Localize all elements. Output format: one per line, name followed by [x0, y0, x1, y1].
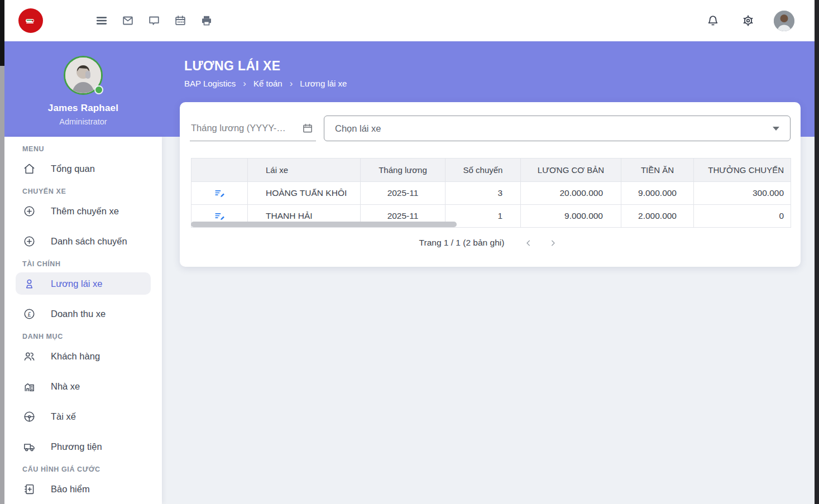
sidebar-item-label: Tổng quan — [51, 164, 95, 174]
sidebar: James Raphael Administrator MENU Tổng qu… — [4, 41, 162, 504]
print-button[interactable] — [197, 11, 216, 30]
hamburger-icon — [95, 14, 108, 27]
page-title: LƯƠNG LÁI XE — [184, 59, 347, 74]
sidebar-menu: MENU Tổng quan CHUYẾN XE Thêm chuyến xe — [4, 137, 162, 504]
home-icon — [23, 162, 36, 175]
chevron-right-icon — [548, 238, 558, 248]
trip-bonus-cell: 0 — [694, 205, 791, 228]
profile-name: James Raphael — [4, 103, 162, 114]
train-logo-icon — [23, 13, 39, 28]
plus-circle-icon — [23, 205, 36, 218]
filter-bar: Chọn lái xe — [190, 116, 791, 141]
col-meal: TIỀN ĂN — [621, 159, 694, 182]
sidebar-item-label: Lương lái xe — [51, 279, 103, 289]
base-salary-cell: 9.000.000 — [521, 205, 621, 228]
user-avatar[interactable] — [774, 11, 794, 31]
book-plus-icon — [23, 483, 36, 496]
brand-logo[interactable] — [18, 8, 43, 33]
mail-button[interactable] — [118, 11, 137, 30]
row-actions-cell — [191, 182, 248, 205]
sidebar-item-luong-lai-xe[interactable]: Lương lái xe — [16, 272, 151, 295]
next-page-button[interactable] — [544, 234, 561, 251]
profile-role: Administrator — [4, 117, 162, 126]
breadcrumb-item-root[interactable]: BAP Logistics — [184, 79, 236, 88]
background-window-edge-left — [0, 0, 4, 504]
trips-cell: 3 — [446, 182, 521, 205]
edit-icon — [214, 188, 226, 199]
sidebar-item-label: Bảo hiểm — [51, 484, 90, 495]
sidebar-item-bao-hiem[interactable]: Bảo hiểm — [16, 478, 151, 500]
screen: James Raphael Administrator MENU Tổng qu… — [0, 0, 819, 504]
chat-button[interactable] — [145, 11, 164, 30]
col-trips: Số chuyến — [446, 159, 521, 182]
sidebar-item-label: Khách hàng — [51, 351, 100, 362]
background-window-edge-right — [815, 0, 819, 504]
sidebar-avatar — [64, 56, 103, 95]
base-salary-cell: 20.000.000 — [521, 182, 621, 205]
chevron-right-icon: › — [290, 79, 293, 88]
sidebar-item-label: Phương tiện — [51, 441, 102, 452]
person-icon — [23, 277, 36, 290]
sidebar-item-them-chuyen-xe[interactable]: Thêm chuyến xe — [16, 200, 151, 222]
main-content: LƯƠNG LÁI XE BAP Logistics › Kế toán › L… — [162, 41, 815, 504]
breadcrumb: BAP Logistics › Kế toán › Lương lái xe — [184, 79, 347, 88]
prev-page-button[interactable] — [520, 234, 537, 251]
horizontal-scrollbar[interactable] — [191, 222, 457, 227]
calendar-button[interactable] — [171, 11, 190, 30]
avatar-photo — [774, 11, 794, 31]
plus-circle-icon — [23, 235, 36, 248]
salary-card: Chọn lái xe Lái xe Tháng lương — [180, 102, 801, 267]
col-base-salary: LƯƠNG CƠ BẢN — [521, 159, 621, 182]
truck-icon — [23, 440, 36, 453]
meal-cell: 9.000.000 — [621, 182, 694, 205]
calendar-icon[interactable] — [301, 122, 314, 135]
sidebar-item-doanh-thu-xe[interactable]: £ Doanh thu xe — [16, 303, 151, 325]
menu-toggle-button[interactable] — [92, 11, 111, 30]
salary-month-field[interactable] — [190, 116, 316, 141]
pagination-label: Trang 1 / 1 (2 bản ghi) — [419, 238, 505, 248]
pagination: Trang 1 / 1 (2 bản ghi) — [180, 234, 801, 251]
sidebar-item-label: Thêm chuyến xe — [51, 206, 119, 217]
page-head: LƯƠNG LÁI XE BAP Logistics › Kế toán › L… — [184, 59, 347, 88]
chat-bubble-icon — [147, 14, 161, 27]
menu-section-label: CẤU HÌNH GIÁ CƯỚC — [4, 465, 162, 478]
breadcrumb-item-current: Lương lái xe — [300, 79, 347, 88]
online-status-dot — [94, 85, 103, 94]
bell-icon — [706, 14, 720, 27]
gear-icon — [741, 14, 755, 27]
menu-section-label: CHUYẾN XE — [4, 188, 162, 200]
sidebar-item-label: Tài xế — [51, 411, 76, 422]
sidebar-item-label: Danh sách chuyến — [51, 236, 127, 247]
edit-row-button[interactable] — [191, 210, 247, 222]
sidebar-item-khach-hang[interactable]: Khách hàng — [16, 345, 151, 367]
building-icon — [23, 380, 36, 393]
col-month: Tháng lương — [361, 159, 446, 182]
trip-bonus-cell: 300.000 — [694, 182, 791, 205]
breadcrumb-item-ke-toan[interactable]: Kế toán — [253, 79, 282, 88]
col-trip-bonus: THƯỞNG CHUYẾN — [694, 159, 791, 182]
menu-section-label: TÀI CHÍNH — [4, 260, 162, 272]
month-cell: 2025-11 — [361, 182, 446, 205]
table-row: HOÀNG TUẤN KHÔI 2025-11 3 20.000.000 9.0… — [191, 182, 791, 205]
sidebar-item-nha-xe[interactable]: Nhà xe — [16, 375, 151, 397]
driver-select-placeholder: Chọn lái xe — [335, 123, 381, 134]
notifications-button[interactable] — [703, 11, 722, 30]
driver-select-dropdown[interactable]: Chọn lái xe — [324, 116, 791, 141]
steering-wheel-icon — [23, 410, 36, 423]
salary-month-input[interactable] — [191, 123, 289, 133]
mail-icon — [121, 14, 135, 27]
chevron-left-icon — [524, 238, 533, 248]
edit-row-button[interactable] — [191, 188, 247, 199]
app-window: James Raphael Administrator MENU Tổng qu… — [4, 0, 815, 504]
sidebar-item-label: Doanh thu xe — [51, 309, 106, 319]
sidebar-item-label: Nhà xe — [51, 381, 80, 392]
settings-button[interactable] — [739, 11, 758, 30]
menu-section-label: DANH MỤC — [4, 333, 162, 345]
sidebar-item-tai-xe[interactable]: Tài xế — [16, 405, 151, 428]
sidebar-item-danh-sach-chuyen[interactable]: Danh sách chuyến — [16, 230, 151, 252]
people-icon — [23, 350, 36, 363]
sidebar-item-tong-quan[interactable]: Tổng quan — [16, 157, 151, 180]
sidebar-item-phuong-tien[interactable]: Phương tiện — [16, 435, 151, 458]
chevron-down-icon — [773, 127, 779, 131]
chevron-right-icon: › — [243, 79, 246, 88]
